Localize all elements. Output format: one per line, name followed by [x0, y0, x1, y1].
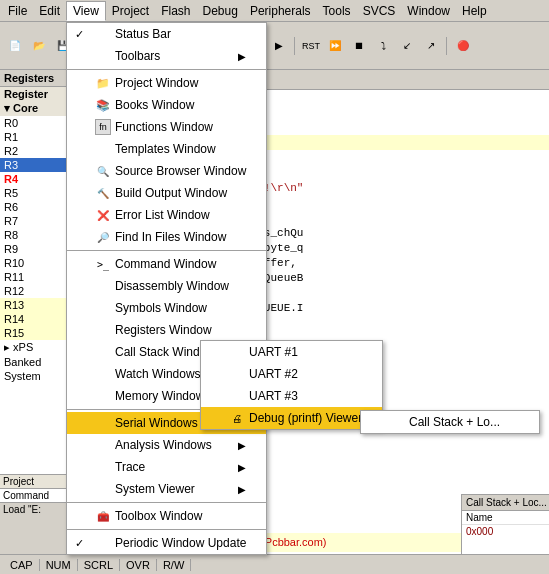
menu-tools[interactable]: Tools — [317, 2, 357, 20]
registers-header: Registers — [0, 70, 67, 87]
toolbar-open[interactable]: 📂 — [28, 35, 50, 57]
serial-submenu-container: UART #1 UART #2 UART #3 🖨 Debug (printf)… — [200, 340, 383, 430]
menu-file[interactable]: File — [2, 2, 33, 20]
toolbar-debug[interactable]: ▶ — [268, 35, 290, 57]
menu-window[interactable]: Window — [401, 2, 456, 20]
reg-r4: R4 — [0, 172, 67, 186]
menu-find-in-files[interactable]: 🔎 Find In Files Window — [67, 226, 266, 248]
menu-view[interactable]: View — [66, 1, 106, 21]
memory-windows-icon — [95, 388, 111, 404]
menu-flash[interactable]: Flash — [155, 2, 196, 20]
menu-debug[interactable]: Debug — [197, 2, 244, 20]
menu-toolbars[interactable]: Toolbars ▶ — [67, 45, 266, 67]
reg-xps[interactable]: ▸ xPS — [0, 340, 67, 355]
menu-uart3[interactable]: UART #3 — [201, 385, 382, 407]
menu-command-window[interactable]: >_ Command Window — [67, 253, 266, 275]
menu-debug-printf[interactable]: 🖨 Debug (printf) Viewer — [201, 407, 382, 429]
reg-r0: R0 — [0, 116, 67, 130]
menu-edit[interactable]: Edit — [33, 2, 66, 20]
bottom-left-panel: Project Command Load "E: — [0, 474, 68, 554]
books-window-icon: 📚 — [95, 97, 111, 113]
reg-r12: R12 — [0, 284, 67, 298]
reg-r9: R9 — [0, 242, 67, 256]
toolbox-window-icon: 🧰 — [95, 508, 111, 524]
call-stack-col-header: Name — [462, 511, 549, 525]
reg-core[interactable]: ▾ Core — [0, 101, 67, 116]
find-in-files-icon: 🔎 — [95, 229, 111, 245]
reg-r14: R14 — [0, 312, 67, 326]
menu-functions-window[interactable]: fn Functions Window — [67, 116, 266, 138]
menu-error-list[interactable]: ❌ Error List Window — [67, 204, 266, 226]
menu-books-window[interactable]: 📚 Books Window — [67, 94, 266, 116]
reg-r3[interactable]: R3 — [0, 158, 67, 172]
project-tab[interactable]: Project — [0, 475, 68, 489]
menu-svcs[interactable]: SVCS — [357, 2, 402, 20]
reg-r5: R5 — [0, 186, 67, 200]
menu-source-browser[interactable]: 🔍 Source Browser Window — [67, 160, 266, 182]
toolbar-stop[interactable]: ⏹ — [348, 35, 370, 57]
analysis-windows-icon — [95, 437, 111, 453]
menu-call-stack-loc[interactable]: Call Stack + Lo... — [361, 411, 539, 433]
trace-arrow: ▶ — [238, 462, 246, 473]
watch-windows-icon — [95, 366, 111, 382]
menu-analysis-windows[interactable]: Analysis Windows ▶ — [67, 434, 266, 456]
reg-r15: R15 — [0, 326, 67, 340]
menu-peripherals[interactable]: Peripherals — [244, 2, 317, 20]
reg-r11: R11 — [0, 270, 67, 284]
menu-toolbox-window[interactable]: 🧰 Toolbox Window — [67, 505, 266, 527]
serial-submenu: UART #1 UART #2 UART #3 🖨 Debug (printf)… — [200, 340, 383, 430]
periodic-update-icon — [95, 535, 111, 551]
toolbar-step-in[interactable]: ↙ — [396, 35, 418, 57]
status-num: NUM — [40, 559, 78, 571]
menu-status-bar[interactable]: Status Bar — [67, 23, 266, 45]
menu-registers-window[interactable]: Registers Window — [67, 319, 266, 341]
menu-build-output[interactable]: 🔨 Build Output Window — [67, 182, 266, 204]
system-viewer-arrow: ▶ — [238, 484, 246, 495]
load-text: Load "E: — [0, 503, 68, 516]
toolbar-step-over[interactable]: ⤵ — [372, 35, 394, 57]
status-cap: CAP — [4, 559, 40, 571]
call-stack-loc-icon — [389, 414, 405, 430]
toolbar-reset[interactable]: RST — [300, 35, 322, 57]
reg-banked: Banked — [0, 355, 67, 369]
view-dropdown: Status Bar Toolbars ▶ 📁 Project Window 📚… — [66, 22, 267, 555]
command-tab[interactable]: Command — [0, 489, 68, 503]
menu-uart2[interactable]: UART #2 — [201, 363, 382, 385]
status-bar-icon — [95, 26, 111, 42]
menu-trace[interactable]: Trace ▶ — [67, 456, 266, 478]
menu-system-viewer[interactable]: System Viewer ▶ — [67, 478, 266, 500]
call-stack-panel: Call Stack + Loc... Name 0x000 — [461, 494, 549, 554]
registers-title: Registers — [4, 72, 54, 84]
reg-r8: R8 — [0, 228, 67, 242]
menu-uart1[interactable]: UART #1 — [201, 341, 382, 363]
toolbar-run[interactable]: ⏩ — [324, 35, 346, 57]
menu-help[interactable]: Help — [456, 2, 493, 20]
reg-r1: R1 — [0, 130, 67, 144]
command-window-icon: >_ — [95, 256, 111, 272]
status-rw: R/W — [157, 559, 191, 571]
menu-disassembly[interactable]: Disassembly Window — [67, 275, 266, 297]
status-bar: CAP NUM SCRL OVR R/W — [0, 554, 549, 574]
disassembly-icon — [95, 278, 111, 294]
menu-periodic-update[interactable]: Periodic Window Update — [67, 532, 266, 554]
toolbar-breakpoint[interactable]: 🔴 — [452, 35, 474, 57]
menu-project-window[interactable]: 📁 Project Window — [67, 72, 266, 94]
error-list-icon: ❌ — [95, 207, 111, 223]
menu-templates-window[interactable]: Templates Window — [67, 138, 266, 160]
build-output-icon: 🔨 — [95, 185, 111, 201]
project-window-icon: 📁 — [95, 75, 111, 91]
menu-symbols[interactable]: Symbols Window — [67, 297, 266, 319]
toolbar-new[interactable]: 📄 — [4, 35, 26, 57]
functions-window-icon: fn — [95, 119, 111, 135]
analysis-windows-arrow: ▶ — [238, 440, 246, 451]
menu-bar: File Edit View Project Flash Debug Perip… — [0, 0, 549, 22]
menu-project[interactable]: Project — [106, 2, 155, 20]
toolbars-arrow: ▶ — [238, 51, 246, 62]
status-scrl: SCRL — [78, 559, 120, 571]
trace-icon — [95, 459, 111, 475]
status-ovr: OVR — [120, 559, 157, 571]
menu-sep5 — [67, 529, 266, 530]
uart2-icon — [229, 366, 245, 382]
toolbar-step-out[interactable]: ↗ — [420, 35, 442, 57]
toolbar-sep5 — [446, 37, 448, 55]
